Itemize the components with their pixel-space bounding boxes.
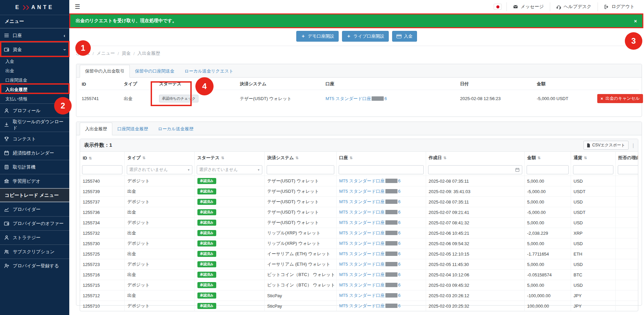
filter-input[interactable]: [573, 165, 613, 174]
sidebar-item[interactable]: 取引計算機: [0, 160, 69, 174]
column-header-sortable[interactable]: ID⇅: [80, 152, 124, 164]
open-demo-account-button[interactable]: ＋ デモ口座開設: [296, 31, 339, 42]
deposit-button[interactable]: 入金: [392, 31, 417, 42]
sidebar-item-label: 資金: [13, 47, 22, 53]
sidebar-subitem[interactable]: 入出金履歴: [0, 85, 69, 94]
tab-active[interactable]: 保留中の入出金取引: [80, 65, 130, 78]
cell-rejection-reason: [615, 238, 638, 249]
table-row: 1255715デポジット承認済みビットコイン（BTC） ウォレットMT5 スタン…: [80, 280, 638, 290]
account-link[interactable]: MT5 スタンダード口座6: [339, 241, 401, 246]
sidebar-item[interactable]: 口座‹: [0, 28, 69, 42]
filter-input[interactable]: [267, 165, 334, 174]
hamburger-menu-icon[interactable]: ☰: [73, 3, 82, 10]
account-link[interactable]: MT5 スタンダード口座6: [339, 178, 401, 183]
cell-account: MT5 スタンダード口座6: [336, 218, 426, 228]
sidebar-item[interactable]: 資金‹: [0, 42, 69, 56]
cell-account: MT5 スタンダード口座6: [336, 290, 426, 301]
redacted-account-number: [385, 199, 397, 204]
status-badge-approved: 承認済み: [197, 178, 216, 184]
envelope-icon: [513, 4, 518, 9]
sidebar-item[interactable]: 取引ツールのダウンロード: [0, 118, 69, 132]
sidebar-item[interactable]: プロバイダーのオファー: [0, 216, 69, 230]
column-header: 口座: [323, 78, 457, 90]
account-link[interactable]: MT5 スタンダード口座6: [339, 220, 401, 225]
account-link[interactable]: MT5 スタンダード口座6: [326, 96, 387, 101]
cell-amount: 100,000.00: [524, 301, 571, 311]
account-link[interactable]: MT5 スタンダード口座6: [339, 282, 401, 287]
sidebar-copytrade-header: コピートレード メニュー: [0, 188, 69, 202]
sidebar-item[interactable]: サブスクリプション: [0, 244, 69, 259]
tab-link[interactable]: ローカル送金履歴: [153, 123, 198, 135]
account-link[interactable]: MT5 スタンダード口座6: [339, 189, 401, 194]
file-icon: [587, 143, 590, 147]
messages-button[interactable]: メッセージ: [506, 2, 550, 11]
cell-rejection-reason: [615, 249, 638, 259]
account-link[interactable]: MT5 スタンダード口座6: [339, 230, 401, 235]
filter-input[interactable]: [82, 165, 122, 174]
sort-icon: ⇅: [350, 156, 353, 160]
column-header-sortable[interactable]: タイプ⇅: [124, 152, 194, 164]
account-link[interactable]: MT5 スタンダード口座6: [339, 210, 401, 215]
column-header-sortable[interactable]: スターテス⇅: [194, 152, 264, 164]
filter-input[interactable]: [339, 165, 424, 174]
account-link[interactable]: MT5 スタンダード口座6: [339, 199, 401, 204]
redacted-account-number: [385, 293, 397, 298]
cell-id: 1255716: [80, 270, 124, 280]
sidebar-item[interactable]: ストラテジー: [0, 230, 69, 244]
column-header-sortable[interactable]: 通貨⇅: [571, 152, 615, 164]
language-flag-japan[interactable]: [494, 4, 502, 10]
sidebar-item[interactable]: コンテスト: [0, 132, 69, 146]
cell-type: 出金: [124, 186, 194, 197]
logout-button[interactable]: ログアウト: [598, 2, 641, 11]
brand-logo[interactable]: E ANTE: [0, 0, 69, 15]
sidebar-item[interactable]: プロバイダー: [0, 202, 69, 216]
filter-input[interactable]: [527, 165, 569, 174]
banner-close-icon[interactable]: ×: [634, 18, 637, 24]
cell-id: 1255732: [80, 228, 124, 238]
account-link[interactable]: MT5 スタンダード口座6: [339, 262, 401, 267]
filter-input[interactable]: [618, 165, 639, 174]
filter-select[interactable]: 選択されていません▾: [127, 165, 192, 174]
cell-account: MT5 スタンダード口座6: [336, 238, 426, 249]
cell-id: 1255723: [80, 259, 124, 270]
success-banner: 出金のリクエストを受け取り、現在処理中です。 ×: [69, 13, 643, 28]
column-header-sortable[interactable]: 金額⇅: [524, 152, 571, 164]
pending-table-row: 1255741 出金 承認待ちのチェック テザー(USDT) ウォレット MT5…: [79, 90, 639, 107]
sidebar-subitem[interactable]: 出金: [0, 66, 69, 75]
cell-date: 2025-02-07 09:21:41: [426, 207, 524, 218]
open-demo-account-label: デモ口座開設: [308, 33, 334, 39]
column-header-sortable[interactable]: 口座⇅: [336, 152, 426, 164]
cancel-withdrawal-button[interactable]: × 出金のキャンセル: [597, 94, 643, 103]
tab-link[interactable]: 保留中の口座間送金: [130, 65, 179, 77]
tab-link[interactable]: 口座間送金履歴: [112, 123, 153, 135]
breadcrumb-item[interactable]: 資金: [122, 50, 131, 56]
sidebar-item[interactable]: 経済指標カレンダー: [0, 146, 69, 160]
history-table-panel: 表示件数：1 CSVエクスポート | ID⇅タイプ⇅スターテス⇅決済システム⇅口…: [80, 139, 638, 311]
filter-date-input[interactable]: [428, 165, 522, 174]
open-live-account-button[interactable]: ＋ ライブ口座開設: [342, 31, 389, 42]
account-link[interactable]: MT5 スタンダード口座6: [339, 303, 401, 308]
helpdesk-button[interactable]: ヘルプデスク: [550, 2, 598, 11]
sidebar-item[interactable]: プロバイダー登録する: [0, 259, 69, 273]
breadcrumb-item[interactable]: メニュー: [97, 50, 115, 56]
sidebar-item[interactable]: 学習用ビデオ: [0, 174, 69, 188]
csv-export-button[interactable]: CSVエクスポート: [583, 141, 629, 150]
cell-date: 2025-02-08 07:35:11: [426, 197, 524, 207]
tab-link[interactable]: ローカル送金リクエスト: [180, 65, 238, 77]
account-link[interactable]: MT5 スタンダード口座6: [339, 293, 401, 298]
history-card: 入出金履歴口座間送金履歴ローカル送金履歴 表示件数：1 CSVエクスポート |: [76, 122, 642, 306]
table-toolbar: 表示件数：1 CSVエクスポート |: [80, 139, 638, 152]
success-banner-text: 出金のリクエストを受け取り、現在処理中です。: [76, 18, 177, 24]
sidebar-subitem[interactable]: 入金: [0, 56, 69, 66]
sidebar-subitem[interactable]: 口座間送金: [0, 75, 69, 85]
column-header-sortable[interactable]: 作成日⇅: [426, 152, 524, 164]
wallet2-icon: [4, 221, 9, 226]
cell-account: MT5 スタンダード口座6: [336, 207, 426, 218]
tab-active[interactable]: 入出金履歴: [80, 123, 112, 135]
account-link[interactable]: MT5 スタンダード口座6: [339, 272, 401, 277]
account-link[interactable]: MT5 スタンダード口座6: [339, 251, 401, 256]
filter-select[interactable]: 選択されていません▾: [197, 165, 262, 174]
column-header-sortable[interactable]: 拒否の理由⇅: [615, 152, 638, 164]
account-actions: ＋ デモ口座開設 ＋ ライブ口座開設 入金: [69, 31, 644, 42]
column-header-sortable[interactable]: 決済システム⇅: [264, 152, 336, 164]
